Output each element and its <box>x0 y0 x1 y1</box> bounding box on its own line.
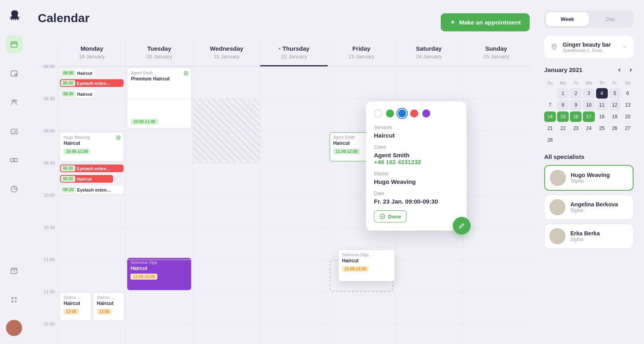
nav-calendar[interactable] <box>5 35 23 53</box>
time-label: 08:00 <box>38 64 58 96</box>
mini-dow: Mo <box>557 79 569 87</box>
mini-day[interactable]: 5 <box>609 88 621 99</box>
client-phone[interactable]: +49 162 4231232 <box>374 159 458 165</box>
specialist-card[interactable]: Hugo WeavingStylist <box>544 165 634 191</box>
edit-fab[interactable] <box>453 217 471 235</box>
mini-calendar: January 2021 SuMoTuWeThFrSa1234567891011… <box>544 66 634 145</box>
event-chip[interactable]: 08:20Eyelash extensi … <box>60 165 124 172</box>
event-chip[interactable]: 08:20Eyelash extensi … <box>60 185 124 194</box>
specialists-title: All specialists <box>544 153 634 160</box>
mini-day[interactable]: 8 <box>557 100 569 110</box>
mini-day[interactable]: 4 <box>596 88 608 99</box>
mini-day[interactable]: 24 <box>583 123 594 134</box>
location-address: Speditionstr.1, Duss.. <box>563 48 617 53</box>
color-purple[interactable] <box>422 109 430 117</box>
mini-day[interactable]: 27 <box>622 123 634 134</box>
nav-clients[interactable] <box>5 93 23 111</box>
mini-dow: Tu <box>570 79 582 87</box>
event-chip[interactable]: 08:30Haircut <box>60 90 95 98</box>
view-toggle: Week Day <box>544 10 634 28</box>
event-chip[interactable]: 08:20Haircut <box>60 175 113 183</box>
svg-point-11 <box>15 297 17 299</box>
client-label: Client <box>374 144 458 150</box>
mini-day[interactable]: 21 <box>544 123 556 134</box>
mini-day[interactable]: 25 <box>596 123 608 134</box>
color-blue[interactable] <box>398 109 406 117</box>
mini-day[interactable]: 28 <box>544 135 556 145</box>
make-appointment-label: Make an appointment <box>459 19 521 26</box>
nav-archive[interactable] <box>5 262 23 280</box>
mini-day[interactable]: 7 <box>544 100 556 110</box>
specialist-card[interactable]: Angelina BerkovaStylist <box>544 195 634 220</box>
make-appointment-button[interactable]: Make an appointment <box>441 13 530 31</box>
svg-rect-0 <box>11 42 17 47</box>
mini-day[interactable]: 14 <box>544 111 556 122</box>
mini-day[interactable]: 22 <box>557 123 569 134</box>
user-avatar[interactable] <box>6 320 22 336</box>
day-head-1[interactable]: Tuesday 20 January <box>125 41 192 66</box>
mini-dow: We <box>583 79 594 87</box>
mini-day[interactable]: 10 <box>583 100 594 110</box>
chevron-left-icon[interactable] <box>617 67 622 73</box>
nav-finance[interactable] <box>5 151 23 169</box>
mini-day[interactable]: 17 <box>583 111 594 122</box>
event-card[interactable]: Agent Smith Premium Haircut 10:00-11:00 <box>127 68 191 128</box>
day-head-3[interactable]: Thursday 22 January <box>260 41 327 66</box>
day-head-4[interactable]: Friday 23 January <box>328 41 395 66</box>
mini-day[interactable]: 26 <box>609 123 621 134</box>
svg-point-7 <box>13 159 14 161</box>
time-label: 11:30 <box>38 289 58 321</box>
svg-point-3 <box>12 100 14 102</box>
mini-day[interactable]: 20 <box>622 111 634 122</box>
mini-day[interactable]: 6 <box>622 88 634 99</box>
view-week[interactable]: Week <box>546 12 589 26</box>
event-card[interactable]: Smirno …Haircut12:00 <box>60 293 91 321</box>
view-day[interactable]: Day <box>589 12 632 26</box>
event-card-dragging[interactable]: Smirnova Olga Haircut 11:00-12:00 <box>339 250 395 281</box>
time-label: 09:00 <box>38 128 58 161</box>
mini-day[interactable]: 16 <box>570 111 582 122</box>
nav-reports[interactable] <box>5 122 23 140</box>
time-label: 08:30 <box>38 96 58 128</box>
mini-day[interactable]: 19 <box>609 111 621 122</box>
event-card[interactable]: Smirno …Haircut12:00 <box>93 293 124 321</box>
color-white[interactable] <box>374 109 382 117</box>
day-head-0[interactable]: Monday 19 January <box>58 41 125 66</box>
specialist-card[interactable]: Erka BerkaStylist <box>544 224 634 249</box>
location-card[interactable]: Ginger beauty bar Speditionstr.1, Duss.. <box>544 36 634 58</box>
nav-appointments[interactable] <box>5 64 23 82</box>
nav-apps[interactable] <box>5 291 23 309</box>
mini-day[interactable]: 11 <box>596 100 608 110</box>
day-head-2[interactable]: Wednesday 21 January <box>193 41 260 66</box>
mini-day[interactable]: 18 <box>596 111 608 122</box>
event-chip[interactable]: 08:20Eyelash extensi … <box>60 79 124 87</box>
event-card[interactable]: Hugo Weaving Haircut 10:00-11:00 <box>60 132 124 161</box>
check-circle-icon <box>379 213 386 220</box>
avatar <box>550 170 566 186</box>
mini-day[interactable]: 13 <box>622 100 634 110</box>
day-head-5[interactable]: Saturday 24 January <box>395 41 462 66</box>
event-card[interactable]: Smirnova Olga Haircut 11:00-12:00 <box>127 258 191 290</box>
mini-day[interactable]: 12 <box>609 100 621 110</box>
day-head-6[interactable]: Sunday 25 January <box>462 41 530 66</box>
services-value: Haircut <box>374 132 458 139</box>
svg-point-10 <box>12 297 13 299</box>
mini-day[interactable]: 1 <box>557 88 569 99</box>
page-title: Calendar <box>38 11 89 25</box>
color-picker <box>374 109 458 117</box>
services-label: Services <box>374 125 458 130</box>
event-chip[interactable]: 08:00Haircut <box>60 69 95 77</box>
location-name: Ginger beauty bar <box>563 41 617 48</box>
mini-day[interactable]: 3 <box>583 88 594 99</box>
svg-point-4 <box>14 100 17 102</box>
color-red[interactable] <box>410 109 418 117</box>
mini-day[interactable]: 23 <box>570 123 582 134</box>
mini-day[interactable]: 2 <box>570 88 582 99</box>
chevron-right-icon[interactable] <box>628 67 634 73</box>
nav-analytics[interactable] <box>5 180 23 198</box>
color-green[interactable] <box>386 109 394 117</box>
mini-day[interactable]: 9 <box>570 100 582 110</box>
mini-day[interactable]: 15 <box>557 111 569 122</box>
mini-dow: Fr <box>609 79 621 87</box>
svg-point-16 <box>380 214 385 219</box>
